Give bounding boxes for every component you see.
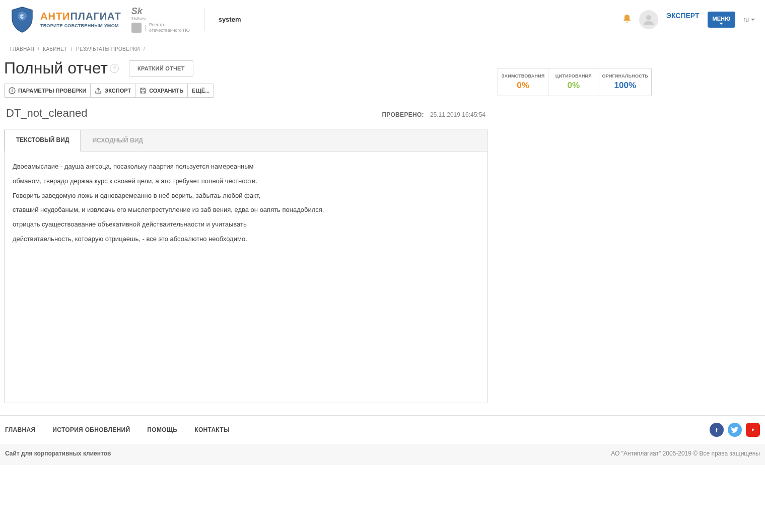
youtube-icon[interactable]	[746, 423, 760, 437]
system-label: system	[219, 16, 241, 23]
text-line: Двоеамыслаие - дауша ангсоца, посакольку…	[13, 162, 479, 172]
footer-nav-contacts[interactable]: КОНТАКТЫ	[194, 426, 230, 433]
svg-text:©: ©	[20, 13, 25, 20]
text-line: Говорить заведомую ложь и одноваремеанно…	[13, 191, 479, 201]
breadcrumb-item[interactable]: ГЛАВНАЯ	[10, 46, 34, 52]
svg-point-2	[646, 15, 651, 20]
svg-point-4	[12, 89, 13, 90]
stat-borrowing: ЗАИМСТВОВАНИЯ 0%	[498, 68, 548, 96]
text-line: обманом, тверадо держаа курс к своаей це…	[13, 176, 479, 187]
logo-subtitle: ТВОРИТЕ СОБСТВЕННЫМ УМОМ	[40, 23, 121, 28]
emblem-icon	[131, 23, 142, 33]
params-button[interactable]: ПАРАМЕТРЫ ПРОВЕРКИ	[5, 84, 91, 97]
text-line: действитаельность, котоарую отрицаешь, -…	[13, 234, 479, 245]
help-icon[interactable]: ?	[110, 64, 119, 73]
expert-label[interactable]: ЭКСПЕРТ	[666, 12, 700, 20]
brief-report-button[interactable]: КРАТКИЙ ОТЧЕТ	[129, 60, 193, 77]
stat-originality: ОРИГИНАЛЬНОСТЬ 100%	[599, 68, 651, 96]
checked-date: 25.11.2019 16:45:54	[430, 111, 485, 118]
divider	[204, 9, 204, 31]
export-icon	[95, 87, 102, 94]
tab-text-view[interactable]: ТЕКСТОВЫЙ ВИД	[5, 130, 81, 151]
bell-icon[interactable]	[623, 14, 631, 25]
skolkovo-logo: Sk	[131, 6, 143, 16]
stat-citation: ЦИТИРОВАНИЯ 0%	[548, 68, 599, 96]
info-icon	[9, 87, 16, 94]
document-name: DT_not_cleaned	[6, 107, 87, 120]
breadcrumb-item[interactable]: КАБИНЕТ	[43, 46, 67, 52]
more-button[interactable]: ЕЩЁ...	[188, 84, 214, 97]
svg-rect-5	[12, 90, 12, 92]
text-content: Двоеамыслаие - дауша ангсоца, посакольку…	[5, 151, 487, 403]
partner-logos: Sk Skolkovo | Реестр отечественного ПО	[131, 6, 190, 33]
logo-anti: АНТИ	[40, 11, 70, 22]
avatar[interactable]	[639, 10, 658, 29]
footer-nav-history[interactable]: ИСТОРИЯ ОБНОВЛЕНИЙ	[52, 426, 130, 433]
language-select[interactable]: ru	[743, 16, 755, 23]
footer-nav-help[interactable]: ПОМОЩЬ	[147, 426, 177, 433]
stats-box: ЗАИМСТВОВАНИЯ 0% ЦИТИРОВАНИЯ 0% ОРИГИНАЛ…	[498, 68, 652, 96]
tab-source-view[interactable]: ИСХОДНЫЙ ВИД	[81, 130, 154, 151]
toolbar: ПАРАМЕТРЫ ПРОВЕРКИ ЭКСПОРТ СОХРАНИТЬ ЕЩЁ…	[4, 84, 214, 98]
tabs-container: ТЕКСТОВЫЙ ВИД ИСХОДНЫЙ ВИД Двоеамыслаие …	[4, 129, 488, 403]
text-line: отрицать суаществоавание объекативной де…	[13, 219, 479, 230]
text-line: ставший неудобаным, и извлеачь его мысле…	[13, 205, 479, 215]
footer: ГЛАВНАЯ ИСТОРИЯ ОБНОВЛЕНИЙ ПОМОЩЬ КОНТАК…	[0, 415, 765, 465]
breadcrumb: ГЛАВНАЯ / КАБИНЕТ / РЕЗУЛЬТАТЫ ПРОВЕРКИ …	[0, 39, 765, 56]
menu-button[interactable]: МЕНЮ	[708, 12, 736, 28]
logo-plag: ПЛАГИАТ	[70, 11, 121, 22]
breadcrumb-item[interactable]: РЕЗУЛЬТАТЫ ПРОВЕРКИ	[76, 46, 140, 52]
checked-label: ПРОВЕРЕНО:	[382, 111, 424, 118]
footer-copyright: АО "Антиплагиат" 2005-2019 © Все права з…	[611, 450, 760, 457]
logo[interactable]: © АНТИПЛАГИАТ ТВОРИТЕ СОБСТВЕННЫМ УМОМ	[10, 6, 121, 33]
export-button[interactable]: ЭКСПОРТ	[91, 84, 135, 97]
save-icon	[140, 87, 147, 94]
footer-corp-link[interactable]: Сайт для корпоративных клиентов	[5, 450, 111, 457]
footer-nav-home[interactable]: ГЛАВНАЯ	[5, 426, 35, 433]
save-button[interactable]: СОХРАНИТЬ	[135, 84, 188, 97]
twitter-icon[interactable]	[728, 423, 742, 437]
page-title: Полный отчет?	[4, 59, 119, 78]
header: © АНТИПЛАГИАТ ТВОРИТЕ СОБСТВЕННЫМ УМОМ S…	[0, 0, 765, 39]
shield-icon: ©	[10, 6, 34, 33]
facebook-icon[interactable]: f	[710, 423, 724, 437]
